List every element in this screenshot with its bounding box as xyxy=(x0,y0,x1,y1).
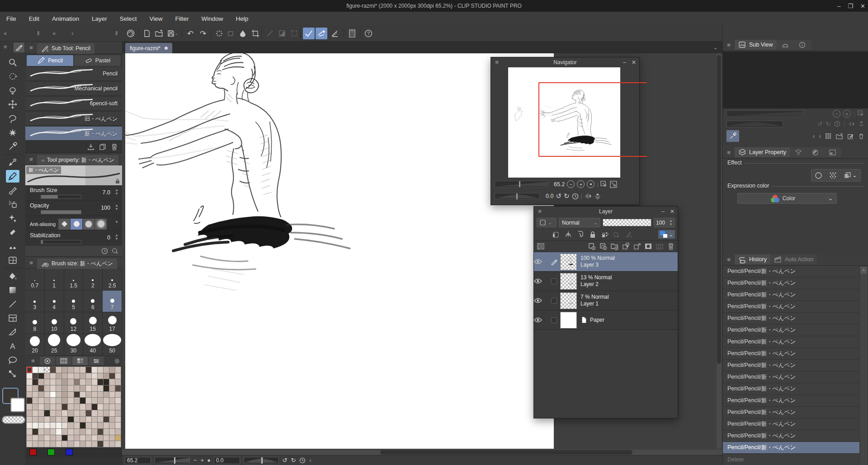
color-swatch[interactable] xyxy=(98,417,103,423)
color-swatch[interactable] xyxy=(92,373,97,379)
color-swatch[interactable] xyxy=(27,385,32,391)
color-swatch[interactable] xyxy=(80,367,85,373)
menu-item[interactable]: Edit xyxy=(29,15,39,22)
brush-size-option[interactable]: 10 xyxy=(45,312,64,334)
tone-effect-icon[interactable] xyxy=(829,172,837,179)
tab-list-icon[interactable]: ⌄ xyxy=(713,44,718,51)
antialias-weak-button[interactable] xyxy=(71,219,82,230)
menu-item[interactable]: Animation xyxy=(52,15,79,22)
background-color-swatch[interactable] xyxy=(10,398,25,412)
color-swatch[interactable] xyxy=(56,417,61,423)
new-raster-layer-icon[interactable] xyxy=(588,242,596,250)
toolprop-tab[interactable]: Tool property: 新・ぺんペン xyxy=(37,155,118,165)
color-swatch[interactable] xyxy=(109,417,115,423)
navigator-rotate-right-icon[interactable]: ↻ xyxy=(564,192,570,200)
color-swatch[interactable] xyxy=(44,385,50,391)
color-swatch[interactable] xyxy=(50,417,56,423)
history-item[interactable]: Pencil/Pencil/新・ぺんペン xyxy=(723,430,859,442)
brush-size-option[interactable]: 25 xyxy=(45,334,64,356)
color-swatch[interactable] xyxy=(50,423,56,428)
color-set-tab[interactable] xyxy=(72,357,88,365)
expression-color-dropdown[interactable]: Color ⌄ xyxy=(737,193,837,204)
color-swatch[interactable] xyxy=(74,373,80,379)
layer-row[interactable]: 7 % Normal Layer 1 xyxy=(534,291,678,310)
color-swatch[interactable] xyxy=(115,385,121,391)
navigator-zoom-slider[interactable] xyxy=(495,181,548,188)
color-swatch[interactable] xyxy=(74,385,80,391)
color-swatch[interactable] xyxy=(38,373,44,379)
navigator-zoom-in-icon[interactable]: + xyxy=(577,180,585,188)
layer-visibility-icon[interactable] xyxy=(534,278,547,284)
minimize-window-icon[interactable]: – xyxy=(837,3,840,9)
clear-icon[interactable] xyxy=(213,28,225,39)
color-swatch[interactable] xyxy=(109,429,115,435)
subview-preview[interactable] xyxy=(723,52,868,108)
color-swatch[interactable] xyxy=(104,379,109,385)
color-swatch[interactable] xyxy=(98,385,103,391)
color-swatch[interactable] xyxy=(115,429,121,435)
color-swatch[interactable] xyxy=(80,379,85,385)
text-tool[interactable]: A xyxy=(6,340,19,352)
color-swatch[interactable] xyxy=(98,410,103,416)
navigator-flip-vertical-icon[interactable] xyxy=(594,193,601,200)
layer-opacity-slider[interactable] xyxy=(603,219,651,226)
stabilization-slider[interactable] xyxy=(41,240,81,244)
color-swatch[interactable] xyxy=(68,367,73,373)
color-swatch[interactable] xyxy=(50,435,56,441)
color-swatch[interactable] xyxy=(74,379,80,385)
navigator-zoom-100-icon[interactable]: ■ xyxy=(587,180,594,188)
navigator-rotation-slider[interactable] xyxy=(495,193,540,200)
color-swatch[interactable] xyxy=(38,441,44,447)
color-swatch[interactable] xyxy=(92,385,97,391)
color-swatch[interactable] xyxy=(104,423,109,428)
quick-access-tab[interactable] xyxy=(777,40,794,50)
layer-opacity-stepper[interactable]: ▲▼ xyxy=(669,219,673,226)
color-swatch[interactable] xyxy=(33,379,38,385)
color-swatch[interactable] xyxy=(109,410,115,416)
color-swatch[interactable] xyxy=(56,392,61,398)
color-swatch[interactable] xyxy=(80,429,85,435)
fill-droplet-icon[interactable] xyxy=(237,28,249,39)
subview-fit-icon[interactable] xyxy=(858,110,864,117)
history-item[interactable]: Pencil/Pencil/新・ぺんペン xyxy=(723,324,859,336)
layer-visibility-icon[interactable] xyxy=(534,298,547,303)
color-swatch[interactable] xyxy=(86,373,91,379)
color-swatch[interactable] xyxy=(27,367,32,373)
color-swatch[interactable] xyxy=(56,404,61,410)
menu-item[interactable]: Window xyxy=(201,15,223,22)
color-swatch[interactable] xyxy=(38,379,44,385)
color-swatch[interactable] xyxy=(38,385,44,391)
color-swatch[interactable] xyxy=(115,417,121,423)
transparent-color-swatch[interactable] xyxy=(2,416,25,424)
brush-size-option[interactable]: 8 xyxy=(25,312,45,334)
color-swatch[interactable] xyxy=(27,373,32,379)
layer-row[interactable]: Paper xyxy=(534,310,678,330)
color-swatch[interactable] xyxy=(38,417,44,423)
transfer-to-lower-layer-icon[interactable] xyxy=(622,242,630,250)
navigator-view-rectangle[interactable] xyxy=(538,82,647,157)
color-swatch[interactable] xyxy=(86,398,91,404)
color-swatch[interactable] xyxy=(44,404,50,410)
color-swatch[interactable] xyxy=(44,417,50,423)
history-item[interactable]: Pencil/Pencil/新・ぺんペン xyxy=(723,371,859,383)
line-tool[interactable] xyxy=(6,298,19,310)
help-icon[interactable]: ? xyxy=(363,28,374,39)
color-swatch[interactable] xyxy=(56,373,61,379)
history-item[interactable]: Pencil/Pencil/新・ぺんペン xyxy=(723,277,859,289)
new-file-button[interactable] xyxy=(141,28,153,39)
color-wheel-tab[interactable] xyxy=(40,357,55,365)
color-swatch[interactable] xyxy=(74,398,80,404)
operation-tool[interactable] xyxy=(6,84,19,97)
color-swatch[interactable] xyxy=(98,392,103,398)
color-swatch[interactable] xyxy=(92,379,97,385)
subtool-tab[interactable]: Sub Tool: Pencil xyxy=(37,43,94,54)
subview-open-icon[interactable] xyxy=(835,133,843,140)
color-swatch[interactable] xyxy=(27,379,32,385)
pen-tool[interactable] xyxy=(6,156,19,169)
layer-composite-dropdown[interactable]: ⌄ xyxy=(844,172,857,179)
color-swatch[interactable] xyxy=(62,373,67,379)
collapse-arrow-icon[interactable]: ‹ xyxy=(71,30,73,37)
rotate-left-button[interactable]: ↺ xyxy=(283,457,288,464)
color-swatch[interactable] xyxy=(104,429,109,435)
blend-mode-dropdown[interactable]: Normal⌄ xyxy=(559,218,600,227)
